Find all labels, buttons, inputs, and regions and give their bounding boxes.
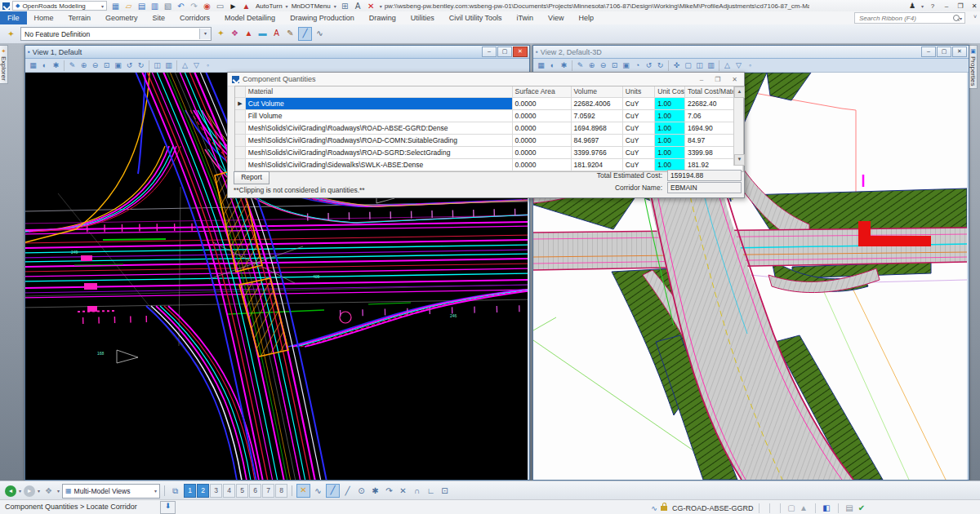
brush-icon[interactable]: ✎: [575, 60, 586, 71]
cell-surface-area[interactable]: 0.0000: [513, 110, 572, 122]
cell-material[interactable]: Cut Volume: [246, 98, 513, 109]
fit-view-icon[interactable]: ▣: [621, 60, 631, 71]
pointer-icon[interactable]: ►: [227, 0, 239, 12]
ribbon-tab-home[interactable]: Home: [27, 11, 61, 24]
scroll-up-icon[interactable]: ▲: [734, 86, 745, 98]
origin-snap-icon[interactable]: ✱: [369, 485, 381, 497]
view-setup-icon[interactable]: ✱: [51, 60, 61, 71]
view-toggle-4[interactable]: 4: [223, 484, 235, 498]
civil-accudraw-icon[interactable]: ╱: [298, 27, 312, 41]
minimize-button[interactable]: –: [942, 2, 951, 10]
walk-icon[interactable]: ✜: [671, 60, 682, 71]
center-snap-icon[interactable]: ⊙: [355, 485, 368, 497]
view-groups-icon[interactable]: ▦: [109, 0, 122, 12]
column-header-units[interactable]: Units: [623, 86, 656, 97]
rotate-right-icon[interactable]: ↻: [655, 60, 666, 71]
user-account-icon[interactable]: ♟: [907, 2, 917, 10]
explorer-panel-tab[interactable]: ✦ Explorer: [0, 45, 8, 84]
cell-material[interactable]: Mesh\Solids\CivilGrading\Sidewalks\SWLK-…: [246, 159, 513, 171]
view-attributes-icon[interactable]: ▦: [536, 60, 546, 71]
feature-definition-combo[interactable]: No Feature Definition ▾: [20, 27, 212, 41]
lock-icon[interactable]: [661, 506, 667, 511]
row-selector[interactable]: [235, 110, 246, 122]
tag-icon[interactable]: ▲: [240, 0, 252, 12]
dialog-title-bar[interactable]: Component Quantities – ❐ ✕: [228, 73, 744, 86]
ribbon-tab-drawing[interactable]: Drawing: [362, 11, 403, 24]
split-window-icon[interactable]: ◫: [152, 60, 163, 71]
column-header-volume[interactable]: Volume: [572, 86, 623, 97]
clipboard-status-icon[interactable]: ▤: [844, 502, 856, 514]
row-selector[interactable]: [235, 135, 246, 146]
ribbon-tab-drawing-production[interactable]: Drawing Production: [283, 11, 362, 24]
restore-button[interactable]: ❐: [956, 2, 965, 10]
flag-status-icon[interactable]: ◧: [821, 502, 833, 514]
dialog-maximize-button[interactable]: ❐: [715, 76, 720, 83]
perpendicular-snap-icon[interactable]: ∟: [425, 485, 437, 497]
feature-symbology-icon[interactable]: ❖: [229, 27, 241, 39]
autoturn-menu[interactable]: AutoTurn: [256, 2, 283, 10]
properties-panel-tab[interactable]: ▣ Properties: [969, 45, 978, 89]
more-options-icon[interactable]: ◦: [203, 60, 213, 71]
row-selector[interactable]: [235, 159, 246, 171]
view2-close-button[interactable]: ✕: [952, 47, 967, 57]
view2-restore-button[interactable]: ▢: [937, 47, 951, 57]
view2-title-bar[interactable]: ▪ View 2, Default-3D ‒ ▢ ✕: [533, 46, 969, 59]
more-options-icon[interactable]: ◦: [745, 60, 755, 71]
view-display-icon[interactable]: ◐: [547, 60, 558, 71]
row-selector[interactable]: ▶: [235, 98, 246, 109]
ribbon-tab-file[interactable]: File: [0, 11, 27, 24]
clip-volume-icon[interactable]: △: [180, 60, 190, 71]
view1-close-button[interactable]: ✕: [513, 47, 528, 57]
row-selector[interactable]: [235, 122, 246, 134]
zoom-out-icon[interactable]: ⊖: [598, 60, 608, 71]
ribbon-tab-corridors[interactable]: Corridors: [172, 11, 217, 24]
close-x-icon[interactable]: ✕: [365, 0, 377, 12]
cell-volume[interactable]: 1694.8968: [572, 122, 623, 134]
cascade-views-icon[interactable]: ⧉: [169, 485, 181, 497]
cell-surface-area[interactable]: 0.0000: [513, 159, 572, 171]
view1-restore-button[interactable]: ▢: [497, 47, 512, 57]
zoom-in-icon[interactable]: ⊕: [78, 60, 89, 71]
view1-title-bar[interactable]: ▪ View 1, Default ‒ ▢ ✕: [25, 46, 529, 59]
rotate-right-icon[interactable]: ↻: [136, 60, 146, 71]
cell-surface-area[interactable]: 0.0000: [513, 122, 572, 134]
cell-material[interactable]: Mesh\Solids\CivilGrading\Roadways\ROAD-C…: [246, 135, 513, 146]
cell-unit-cost[interactable]: 1.00: [655, 110, 685, 122]
tangent-snap-icon[interactable]: ∩: [411, 485, 423, 497]
cell-material[interactable]: Mesh\Solids\CivilGrading\Roadways\ROAD-A…: [246, 122, 513, 134]
match-properties-icon[interactable]: ✦: [215, 27, 227, 39]
cell-surface-area[interactable]: 0.0000: [513, 135, 572, 146]
fit-view-icon[interactable]: ▣: [113, 60, 123, 71]
cell-material[interactable]: Fill Volume: [246, 110, 513, 122]
accudraw-compass-icon[interactable]: ⊡: [439, 485, 451, 497]
row-selector[interactable]: [235, 147, 246, 158]
scroll-down-icon[interactable]: ▼: [734, 154, 745, 166]
window-area-icon[interactable]: ⊡: [609, 60, 620, 71]
workflow-selector[interactable]: ◆ OpenRoads Modeling ▾: [12, 1, 107, 11]
dialog-minimize-button[interactable]: –: [700, 76, 703, 83]
dialog-close-button[interactable]: ✕: [732, 76, 737, 83]
view-attributes-icon[interactable]: ▦: [28, 60, 38, 71]
dgn-status-ok-icon[interactable]: ✔: [856, 502, 868, 514]
undo-icon[interactable]: ↶: [175, 0, 187, 12]
ribbon-tab-view[interactable]: View: [541, 11, 571, 24]
cell-unit-cost[interactable]: 1.00: [655, 135, 685, 146]
view-group-history-icon[interactable]: ❖: [42, 485, 55, 497]
ribbon-tab-civil-utility-tools[interactable]: Civil Utility Tools: [442, 11, 510, 24]
cell-unit-cost[interactable]: 1.00: [655, 122, 685, 134]
view-toggle-6[interactable]: 6: [249, 484, 261, 498]
elevation-status-icon[interactable]: ▲: [798, 502, 810, 514]
prompt-arrow-icon[interactable]: ⬇: [160, 501, 176, 514]
snap-mode-status-icon[interactable]: ∿: [649, 503, 659, 513]
cell-unit-cost[interactable]: 1.00: [655, 147, 685, 158]
zoom-out-icon[interactable]: ⊖: [90, 60, 100, 71]
ribbon-tab-itwin[interactable]: iTwin: [510, 11, 541, 24]
nearest-snap-icon[interactable]: ╱: [341, 485, 354, 497]
cell-volume[interactable]: 7.0592: [572, 110, 623, 122]
zoom-in-icon[interactable]: ⊕: [586, 60, 597, 71]
pin-icon[interactable]: ◉: [201, 0, 213, 12]
orbit-icon[interactable]: ◔: [632, 60, 643, 71]
annotation-scale-icon[interactable]: A: [270, 27, 283, 39]
ribbon-tab-terrain[interactable]: Terrain: [61, 11, 99, 24]
cell-volume[interactable]: 22682.4006: [572, 98, 623, 109]
